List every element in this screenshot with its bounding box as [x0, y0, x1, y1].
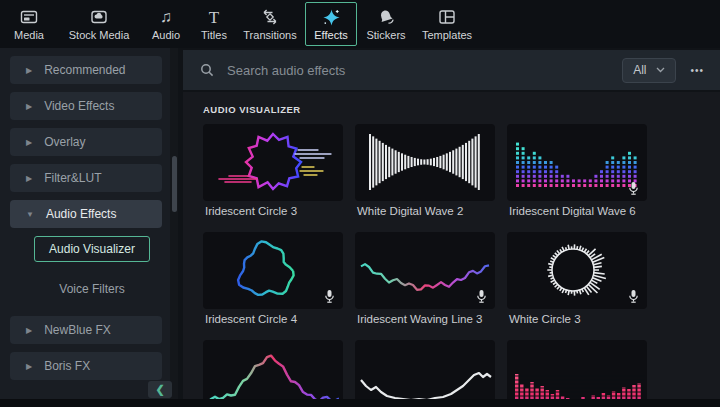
stickers-bell-icon — [376, 7, 396, 27]
sidebar-item-audio-effects[interactable]: ▼ Audio Effects — [10, 200, 162, 228]
more-options-button[interactable]: ••• — [690, 65, 704, 76]
filter-dropdown-value: All — [633, 63, 646, 77]
top-toolbar: Media Stock Media ♫ Audio T Titles — [0, 0, 720, 48]
effect-thumbnail[interactable] — [507, 340, 647, 407]
effect-thumbnail[interactable] — [355, 340, 495, 407]
effect-name: Iridescent Circle 4 — [205, 313, 343, 328]
toolbar-tab-audio[interactable]: ♫ Audio — [142, 1, 190, 47]
effects-star-icon — [321, 7, 342, 27]
chevron-right-icon: ▶ — [26, 138, 32, 147]
effect-card-white-digital-wave-2[interactable]: White Digital Wave 2 — [355, 124, 495, 220]
sidebar-item-label: Recommended — [44, 63, 125, 77]
toolbar-tab-label: Templates — [422, 29, 472, 41]
sidebar-item-label: Overlay — [44, 135, 85, 149]
sidebar-collapse-button[interactable]: ❮ — [148, 381, 172, 398]
effect-name: Iridescent Waving Line 3 — [357, 313, 495, 328]
stock-media-icon — [89, 7, 109, 27]
toolbar-tab-stock-media[interactable]: Stock Media — [59, 1, 139, 47]
effect-name: White Circle 3 — [509, 313, 647, 328]
scrollbar-thumb[interactable] — [172, 156, 177, 212]
effect-card-iridescent-circle-4[interactable]: Iridescent Circle 4 — [203, 232, 343, 328]
effect-card-white-circle-3[interactable]: White Circle 3 — [507, 232, 647, 328]
effect-card[interactable] — [507, 340, 647, 407]
effect-thumbnail[interactable] — [203, 124, 343, 201]
toolbar-tab-label: Stickers — [366, 29, 405, 41]
chevron-down-icon: ▼ — [26, 210, 34, 219]
sidebar-item-label: Audio Effects — [46, 207, 117, 221]
sidebar-item-label: Audio Visualizer — [49, 242, 135, 256]
effect-card[interactable] — [355, 340, 495, 407]
toolbar-tab-templates[interactable]: Templates — [415, 1, 479, 47]
effect-thumbnail[interactable] — [355, 124, 495, 201]
toolbar-tab-stickers[interactable]: Stickers — [360, 1, 412, 47]
effects-content-panel: All ••• AUDIO VISUALIZER Iridescent Circ… — [178, 48, 720, 407]
sidebar-item-video-effects[interactable]: ▶ Video Effects — [10, 92, 162, 120]
effect-card-iridescent-digital-wave-6[interactable]: Iridescent Digital Wave 6 — [507, 124, 647, 220]
toolbar-tab-label: Effects — [314, 29, 347, 41]
sidebar-item-overlay[interactable]: ▶ Overlay — [10, 128, 162, 156]
effect-thumbnail[interactable] — [507, 232, 647, 309]
toolbar-tab-titles[interactable]: T Titles — [193, 1, 235, 47]
microphone-icon — [627, 181, 640, 196]
sidebar-item-label: NewBlue FX — [44, 323, 111, 337]
section-title: AUDIO VISUALIZER — [203, 104, 720, 115]
search-bar: All ••• — [183, 50, 720, 90]
chevron-right-icon: ▶ — [26, 102, 32, 111]
search-input[interactable] — [227, 63, 622, 78]
toolbar-tab-effects[interactable]: Effects — [305, 2, 357, 46]
filmora-effects-panel: Media Stock Media ♫ Audio T Titles — [0, 0, 720, 407]
sidebar-item-recommended[interactable]: ▶ Recommended — [10, 56, 162, 84]
chevron-right-icon: ▶ — [26, 174, 32, 183]
toolbar-tab-label: Titles — [201, 29, 227, 41]
sidebar-scrollbar[interactable] — [170, 48, 178, 407]
microphone-icon — [627, 289, 640, 304]
effect-name: White Digital Wave 2 — [357, 205, 495, 220]
toolbar-tab-label: Audio — [152, 29, 180, 41]
effect-card-iridescent-waving-line-3[interactable]: Iridescent Waving Line 3 — [355, 232, 495, 328]
toolbar-tab-media[interactable]: Media — [2, 1, 56, 47]
effects-grid-area: AUDIO VISUALIZER Iridescent Circle 3 Whi… — [183, 92, 720, 407]
effect-card[interactable] — [203, 340, 343, 407]
sidebar-item-label: Boris FX — [44, 359, 90, 373]
chevron-right-icon: ▶ — [26, 66, 32, 75]
toolbar-tab-transitions[interactable]: Transitions — [238, 1, 302, 47]
bottom-divider — [0, 399, 720, 407]
effect-thumbnail[interactable] — [203, 340, 343, 407]
chevron-right-icon: ▶ — [26, 362, 32, 371]
toolbar-tab-label: Transitions — [243, 29, 296, 41]
chevron-down-icon — [656, 67, 665, 73]
chevron-right-icon: ▶ — [26, 326, 32, 335]
effect-thumbnail[interactable] — [507, 124, 647, 201]
toolbar-tab-label: Stock Media — [69, 29, 130, 41]
templates-icon — [437, 7, 457, 27]
titles-icon: T — [209, 7, 219, 27]
sidebar-item-filter-lut[interactable]: ▶ Filter&LUT — [10, 164, 162, 192]
sidebar-item-audio-visualizer[interactable]: Audio Visualizer — [34, 236, 150, 262]
toolbar-tab-label: Media — [14, 29, 44, 41]
effect-thumbnail[interactable] — [203, 232, 343, 309]
effect-thumbnail[interactable] — [355, 232, 495, 309]
effect-card-iridescent-circle-3[interactable]: Iridescent Circle 3 — [203, 124, 343, 220]
effect-name: Iridescent Circle 3 — [205, 205, 343, 220]
filter-dropdown[interactable]: All — [622, 58, 676, 83]
transitions-icon — [260, 7, 280, 27]
microphone-icon — [323, 289, 336, 304]
effect-name: Iridescent Digital Wave 6 — [509, 205, 647, 220]
sidebar-item-label: Voice Filters — [59, 282, 124, 296]
effects-grid: Iridescent Circle 3 White Digital Wave 2… — [203, 124, 720, 407]
sidebar-item-boris-fx[interactable]: ▶ Boris FX — [10, 352, 162, 380]
media-icon — [19, 7, 39, 27]
sidebar-item-label: Filter&LUT — [44, 171, 101, 185]
sidebar-item-label: Video Effects — [44, 99, 114, 113]
sidebar-item-newblue-fx[interactable]: ▶ NewBlue FX — [10, 316, 162, 344]
microphone-icon — [475, 289, 488, 304]
search-icon — [199, 62, 215, 78]
effects-sidebar: ▶ Recommended ▶ Video Effects ▶ Overlay … — [0, 48, 178, 407]
sidebar-item-voice-filters[interactable]: Voice Filters — [34, 276, 150, 302]
audio-icon: ♫ — [160, 7, 172, 27]
